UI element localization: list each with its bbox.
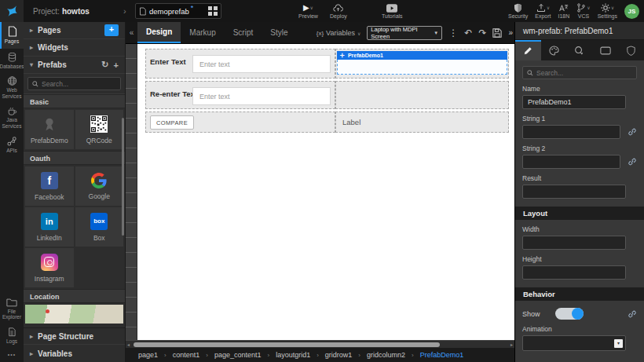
label-widget[interactable]: Label (342, 118, 360, 126)
scrollbar-thumb[interactable] (134, 342, 440, 347)
tab-styles[interactable] (541, 40, 567, 60)
animation-select[interactable]: ▾ (522, 335, 626, 351)
enter-text-input[interactable] (192, 55, 331, 73)
breadcrumb-gridcolumn2[interactable]: gridcolumn2 (367, 351, 405, 359)
string1-input[interactable] (522, 125, 620, 139)
import-prefab-button[interactable]: + (114, 60, 119, 70)
selected-widget[interactable]: ✛ PrefabDemo1 (337, 51, 507, 75)
kebab-menu-icon[interactable]: ⋮ (448, 28, 458, 38)
tab-properties[interactable] (515, 40, 541, 60)
rail-item-web-services[interactable]: Web Services (0, 72, 24, 102)
security-button[interactable]: Security (508, 3, 528, 19)
add-page-button[interactable]: + (104, 24, 119, 36)
rail-item-java-services[interactable]: Java Services (0, 102, 24, 132)
grid-cell-reenter-text[interactable]: Re-enter Text (145, 81, 335, 109)
breadcrumb-gridrow1[interactable]: gridrow1 (325, 351, 353, 359)
page-grid-icon[interactable] (208, 6, 218, 16)
breadcrumb-page1[interactable]: page1 (138, 351, 158, 359)
scroll-left-icon[interactable]: ◂ (127, 342, 130, 347)
widget-selection-bar[interactable]: ✛ PrefabDemo1 (337, 51, 507, 60)
prefab-tile-google[interactable]: Google (75, 166, 124, 206)
tab-devices[interactable] (592, 40, 618, 60)
page-structure-header[interactable]: ▸ Page Structure (24, 327, 125, 345)
variables-header[interactable]: ▸ Variables (24, 345, 125, 362)
bind-link-icon[interactable] (628, 127, 637, 137)
settings-button[interactable]: ∨ Settings (598, 3, 617, 19)
vcs-button[interactable]: ∨ VCS (576, 3, 590, 19)
search-input[interactable] (42, 80, 116, 88)
move-icon[interactable]: ✛ (340, 53, 345, 59)
export-chevron-icon: ∨ (547, 5, 550, 10)
export-button[interactable]: ∨ Export (535, 3, 551, 19)
design-canvas[interactable]: Enter Text ✛ PrefabDemo1 (126, 44, 514, 340)
tab-security[interactable] (618, 40, 644, 60)
deploy-button[interactable]: Deploy (330, 3, 347, 19)
prefab-tile-map[interactable] (25, 305, 123, 324)
page-selector[interactable]: demoprefab * (135, 3, 221, 19)
breadcrumb-sep-icon: › (267, 352, 269, 359)
breadcrumb-prefabdemo1[interactable]: PrefabDemo1 (420, 351, 464, 359)
prefab-tile-instagram[interactable]: Instagram (25, 248, 74, 287)
compare-button[interactable]: COMPARE (150, 115, 194, 130)
result-input[interactable] (522, 185, 626, 199)
breadcrumb-content1[interactable]: content1 (173, 351, 200, 359)
collapse-left-panel-button[interactable]: « (126, 22, 137, 43)
name-input[interactable] (522, 95, 626, 109)
reenter-text-input[interactable] (192, 87, 331, 105)
redo-icon[interactable]: ↷ (478, 28, 486, 38)
grid-cell-enter-text[interactable]: Enter Text (145, 49, 335, 79)
tab-events[interactable] (567, 40, 593, 60)
tutorials-button[interactable]: Tutorials (382, 3, 403, 19)
i18n-button[interactable]: I18N (558, 3, 570, 19)
rail-item-file-explorer[interactable]: File Explorer (0, 294, 24, 324)
grid-cell-compare[interactable]: COMPARE (145, 112, 335, 133)
user-avatar[interactable]: JS (624, 4, 639, 19)
tab-style[interactable]: Style (262, 22, 296, 43)
rail-item-databases[interactable]: Databases (0, 49, 24, 72)
pages-section-header[interactable]: ▸ Pages + (24, 22, 125, 39)
scroll-right-icon[interactable]: ▸ (510, 342, 513, 347)
prefab-tile-qrcode[interactable]: QRCode (75, 110, 124, 149)
widgets-section-header[interactable]: ▸ Widgets (24, 39, 125, 57)
height-input[interactable] (522, 265, 626, 280)
width-input[interactable] (522, 236, 626, 250)
tab-design[interactable]: Design (137, 22, 181, 43)
grid-cell-label[interactable]: Label (335, 112, 509, 133)
folder-icon (6, 298, 17, 307)
prefab-tile-facebook[interactable]: f Facebook (25, 166, 74, 206)
bind-link-icon[interactable] (628, 309, 637, 319)
rail-item-logs[interactable]: Logs (0, 324, 24, 347)
properties-search-input[interactable] (536, 69, 632, 77)
play-icon: ▶ (303, 4, 309, 12)
undo-icon[interactable]: ↶ (464, 28, 472, 38)
prefab-tile-box[interactable]: box Box (75, 207, 124, 247)
wavemaker-studio: Project:howtos › demoprefab * ▶∨ Preview… (0, 0, 644, 362)
rail-more-icon[interactable]: ••• (0, 347, 24, 362)
string1-label: String 1 (522, 115, 637, 122)
prefab-tile-linkedin[interactable]: in LinkedIn (25, 207, 74, 247)
tab-script[interactable]: Script (225, 22, 262, 43)
prefab-tile-prefabdemo[interactable]: PrefabDemo (25, 110, 74, 149)
rail-item-pages[interactable]: Pages (0, 22, 24, 49)
bind-link-icon[interactable] (628, 157, 637, 166)
breadcrumb-layoutgrid1[interactable]: layoutgrid1 (276, 351, 310, 359)
expand-right-panel-button[interactable]: » (508, 29, 513, 37)
grid-cell-empty[interactable] (335, 81, 509, 109)
prefabs-section-header[interactable]: ▾ Prefabs ↻ + (24, 57, 125, 74)
prefab-widget-body[interactable] (337, 60, 507, 75)
show-toggle[interactable] (555, 308, 584, 320)
chevron-down-icon: ▾ (30, 61, 33, 68)
panel-scrollbar[interactable] (122, 118, 124, 236)
grid-cell-prefab[interactable]: ✛ PrefabDemo1 (335, 49, 509, 79)
wavemaker-logo-icon[interactable] (0, 0, 24, 22)
save-icon[interactable] (492, 28, 502, 38)
tab-markup[interactable]: Markup (181, 22, 224, 43)
refresh-icon[interactable]: ↻ (101, 60, 108, 70)
device-select[interactable]: Laptop with MDPI Screen ▼ (367, 26, 442, 40)
preview-button[interactable]: ▶∨ Preview (298, 3, 318, 19)
rail-item-apis[interactable]: APIs (0, 132, 24, 159)
horizontal-scrollbar[interactable]: ◂ ▸ (126, 340, 514, 348)
breadcrumb-page-content1[interactable]: page_content1 (214, 351, 262, 359)
string2-input[interactable] (522, 155, 620, 169)
variables-button[interactable]: {x} Variables ∨ (317, 29, 361, 37)
